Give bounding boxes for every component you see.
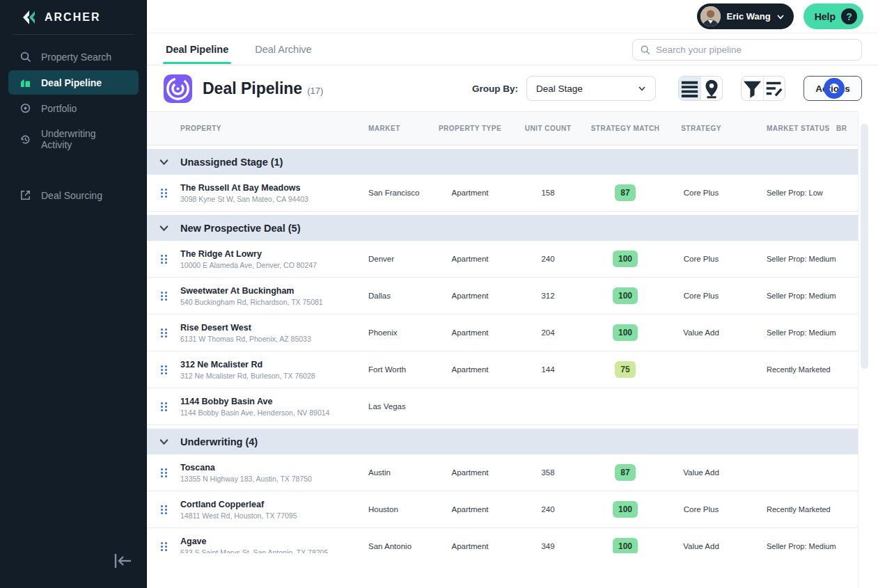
list-view-button[interactable] (679, 77, 700, 100)
actions-button[interactable]: Actions (803, 76, 862, 101)
section-title: Unassigned Stage (1) (180, 157, 283, 168)
user-menu[interactable]: Eric Wang (697, 3, 794, 29)
chevron-down-icon[interactable] (147, 223, 180, 233)
sidebar-item-property-search[interactable]: Property Search (8, 45, 139, 69)
market-status-text: Seller Prop: Medium (767, 292, 836, 300)
drag-handle-icon[interactable] (147, 402, 180, 411)
help-button[interactable]: Help ? (803, 3, 863, 29)
unit-count-cell: 240 (509, 505, 587, 514)
property-cell[interactable]: Rise Desert West 6131 W Thomas Rd, Phoen… (180, 323, 368, 343)
column-header-property[interactable]: Property (180, 124, 368, 133)
section-header[interactable]: New Prospective Deal (5) (147, 215, 858, 241)
filter-funnel-icon (742, 78, 763, 100)
chevron-down-icon[interactable] (147, 436, 180, 447)
deal-row[interactable]: The Russell At Bay Meadows 3098 Kyne St … (147, 175, 858, 212)
strategy-cell: Core Plus (664, 292, 739, 300)
sidebar-item-deal-sourcing[interactable]: Deal Sourcing (8, 183, 139, 207)
sidebar-collapse-button[interactable] (111, 552, 135, 570)
drag-handle-icon[interactable] (147, 468, 180, 477)
column-header-market-status[interactable]: Market Status (739, 124, 836, 133)
drag-handle-icon[interactable] (147, 328, 180, 337)
property-name: Agave (180, 537, 363, 546)
collapse-left-icon (111, 552, 135, 570)
drag-handle-icon[interactable] (147, 189, 180, 198)
property-address: 10000 E Alameda Ave, Denver, CO 80247 (180, 261, 363, 269)
property-name: The Russell At Bay Meadows (180, 183, 363, 193)
sidebar-nav: Property Search Deal Pipeline Portfolio … (0, 43, 147, 209)
property-cell[interactable]: Agave 633 S Saint Marys St, San Antonio,… (180, 537, 368, 554)
pipeline-icon (19, 77, 31, 88)
vertical-scrollbar[interactable] (858, 113, 870, 588)
column-header-property-type[interactable]: Property Type (431, 124, 509, 133)
group-by-select[interactable]: Deal Stage (526, 76, 656, 101)
unit-count-cell: 204 (509, 328, 587, 337)
unit-count-cell: 312 (509, 292, 587, 300)
strategy-match-badge: 87 (615, 464, 635, 481)
property-cell[interactable]: Cortland Copperleaf 14811 West Rd, Houst… (180, 500, 368, 520)
drag-handle-icon[interactable] (147, 255, 180, 264)
market-status-cell: Seller Prop: Medium (739, 291, 836, 301)
deal-row[interactable]: Rise Desert West 6131 W Thomas Rd, Phoen… (147, 315, 858, 351)
deal-row[interactable]: Cortland Copperleaf 14811 West Rd, Houst… (147, 491, 858, 528)
property-cell[interactable]: Sweetwater At Buckingham 540 Buckingham … (180, 286, 368, 306)
drag-handle-icon[interactable] (147, 365, 180, 374)
deal-row[interactable]: The Ridge At Lowry 10000 E Alameda Ave, … (147, 241, 858, 278)
column-header-market[interactable]: Market (368, 124, 431, 133)
column-header-br-truncated[interactable]: Br (836, 124, 858, 133)
unit-count-cell: 349 (509, 542, 587, 550)
deal-row[interactable]: 312 Ne Mcalister Rd 312 Ne Mcalister Rd,… (147, 351, 858, 388)
property-cell[interactable]: 312 Ne Mcalister Rd 312 Ne Mcalister Rd,… (180, 360, 368, 380)
search-input[interactable] (656, 45, 854, 55)
map-view-button[interactable] (700, 77, 722, 100)
unit-count-cell: 358 (509, 468, 587, 477)
pipeline-search[interactable] (632, 39, 862, 61)
property-cell[interactable]: The Ridge At Lowry 10000 E Alameda Ave, … (180, 249, 368, 269)
deal-row[interactable]: 1144 Bobby Basin Ave 1144 Bobby Basin Av… (147, 388, 858, 425)
deal-row[interactable]: Toscana 13355 N Highway 183, Austin, TX … (147, 454, 858, 491)
property-name: Sweetwater At Buckingham (180, 286, 363, 296)
strategy-match-badge: 75 (615, 361, 635, 378)
drag-handle-icon[interactable] (147, 292, 180, 301)
scrollbar-thumb[interactable] (861, 124, 868, 369)
view-toggle-group (678, 76, 723, 101)
column-header-unit-count[interactable]: Unit Count (509, 124, 587, 133)
deal-pipeline-app-icon (164, 74, 192, 103)
sidebar-item-underwriting-activity[interactable]: Underwriting Activity (8, 122, 139, 157)
strategy-match-cell: 100 (587, 538, 664, 553)
property-cell[interactable]: Toscana 13355 N Highway 183, Austin, TX … (180, 463, 368, 483)
property-cell[interactable]: 1144 Bobby Basin Ave 1144 Bobby Basin Av… (180, 397, 368, 417)
property-name: 312 Ne Mcalister Rd (180, 360, 363, 370)
filter-button[interactable] (742, 77, 763, 100)
property-name: 1144 Bobby Basin Ave (180, 397, 363, 406)
column-header-strategy-match[interactable]: Strategy Match (587, 124, 664, 133)
table-body: Unassigned Stage (1) The Russell At Bay … (147, 145, 858, 553)
avatar (700, 6, 721, 26)
group-by-value: Deal Stage (536, 84, 583, 94)
market-cell: Fort Worth (368, 365, 431, 374)
deal-row[interactable]: Sweetwater At Buckingham 540 Buckingham … (147, 278, 858, 315)
tab-deal-pipeline[interactable]: Deal Pipeline (164, 35, 230, 63)
drag-handle-icon[interactable] (147, 542, 180, 551)
filter-sort-group (741, 76, 785, 101)
toolbar: Deal Pipeline (17) Group By: Deal Stage (147, 65, 878, 111)
deal-row[interactable]: Agave 633 S Saint Marys St, San Antonio,… (147, 528, 858, 553)
sidebar-item-portfolio[interactable]: Portfolio (8, 96, 139, 120)
property-type-cell: Apartment (431, 292, 509, 300)
sort-button[interactable] (763, 77, 785, 100)
strategy-match-cell: 100 (587, 501, 664, 518)
market-cell: San Antonio (368, 542, 431, 550)
drag-handle-icon[interactable] (147, 505, 180, 514)
strategy-cell: Value Add (664, 328, 739, 337)
property-cell[interactable]: The Russell At Bay Meadows 3098 Kyne St … (180, 183, 368, 203)
sidebar-item-deal-pipeline[interactable]: Deal Pipeline (8, 70, 139, 95)
section-header[interactable]: Unassigned Stage (1) (147, 149, 858, 175)
section-header[interactable]: Underwriting (4) (147, 429, 858, 454)
property-name: Toscana (180, 463, 363, 472)
market-cell: Austin (368, 468, 431, 477)
strategy-match-cell: 75 (587, 361, 664, 378)
section-rows: The Russell At Bay Meadows 3098 Kyne St … (147, 175, 858, 212)
column-header-strategy[interactable]: Strategy (664, 124, 739, 133)
chevron-down-icon[interactable] (147, 157, 180, 167)
page-count: (17) (307, 86, 323, 96)
tab-deal-archive[interactable]: Deal Archive (253, 35, 313, 63)
